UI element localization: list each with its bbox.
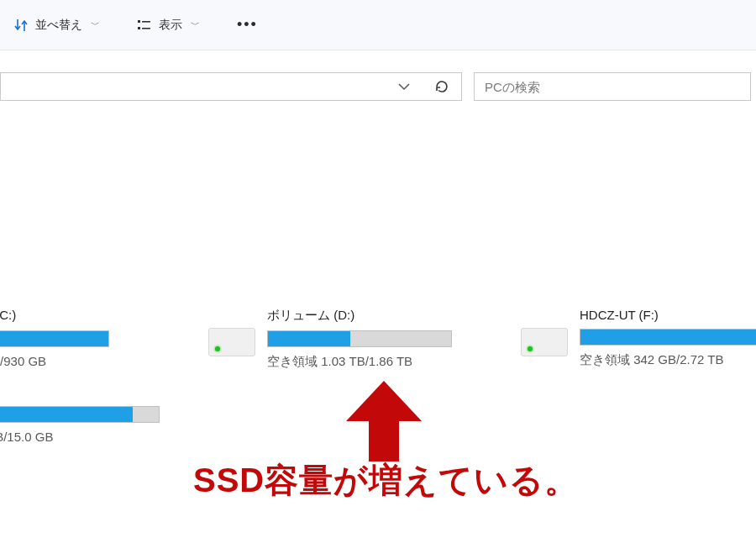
address-search-row (0, 67, 756, 106)
sort-icon (13, 18, 29, 33)
drive-subtext: 域 1.75 GB/15.0 GB (0, 430, 160, 446)
drive-icon (208, 328, 255, 356)
usage-bar-fill (0, 331, 108, 346)
drive-subtext: 域 687 GB/930 GB (0, 354, 109, 370)
view-button[interactable]: 表示 ﹀ (130, 13, 207, 38)
more-button[interactable]: ••• (230, 11, 265, 39)
usage-bar (0, 330, 109, 347)
usage-bar (267, 330, 452, 347)
chevron-down-icon: ﹀ (191, 18, 200, 31)
drive-icon (521, 328, 568, 356)
usage-bar (0, 406, 160, 423)
more-icon: ••• (237, 16, 258, 34)
svg-rect-3 (142, 28, 150, 29)
chevron-down-icon: ﹀ (91, 18, 100, 31)
usage-bar-fill (268, 331, 350, 346)
address-bar[interactable] (0, 72, 462, 101)
drive-item-f[interactable]: HDCZ-UT (F:) 空き領域 342 GB/2.72 TB (521, 308, 756, 368)
usage-bar (580, 329, 756, 345)
toolbar: 並べ替え ﹀ 表示 ﹀ ••• (0, 0, 756, 50)
drive-subtext: 空き領域 1.03 TB/1.86 TB (267, 354, 452, 370)
drive-item-c[interactable]: ディスク (C:) 域 687 GB/930 GB (0, 308, 109, 370)
svg-rect-1 (142, 21, 150, 23)
drives-area: ディスク (C:) 域 687 GB/930 GB ボリューム (D:) 空き領… (0, 106, 756, 153)
view-label: 表示 (159, 18, 182, 33)
usage-bar-fill (580, 330, 756, 345)
drive-name: ボリューム (D:) (267, 308, 452, 324)
annotation-text: SSD容量が増えている。 (193, 457, 579, 504)
drive-name: Drive (G:) (0, 385, 160, 399)
drive-subtext: 空き領域 342 GB/2.72 TB (580, 352, 756, 368)
drive-name: ディスク (C:) (0, 308, 109, 324)
sort-button[interactable]: 並べ替え ﹀ (7, 13, 107, 38)
annotation-arrow (346, 381, 422, 464)
drive-item-g[interactable]: Drive (G:) 域 1.75 GB/15.0 GB (0, 385, 160, 446)
sort-label: 並べ替え (35, 18, 82, 33)
search-box[interactable] (474, 72, 751, 101)
search-input[interactable] (485, 80, 740, 94)
svg-rect-0 (138, 20, 140, 23)
svg-marker-4 (346, 381, 422, 462)
drive-name: HDCZ-UT (F:) (580, 308, 756, 322)
drive-item-d[interactable]: ボリューム (D:) 空き領域 1.03 TB/1.86 TB (208, 308, 452, 370)
history-dropdown-button[interactable] (394, 76, 414, 97)
svg-rect-2 (138, 27, 140, 29)
refresh-button[interactable] (431, 76, 453, 98)
usage-bar-fill (0, 407, 133, 422)
view-icon (137, 18, 152, 33)
